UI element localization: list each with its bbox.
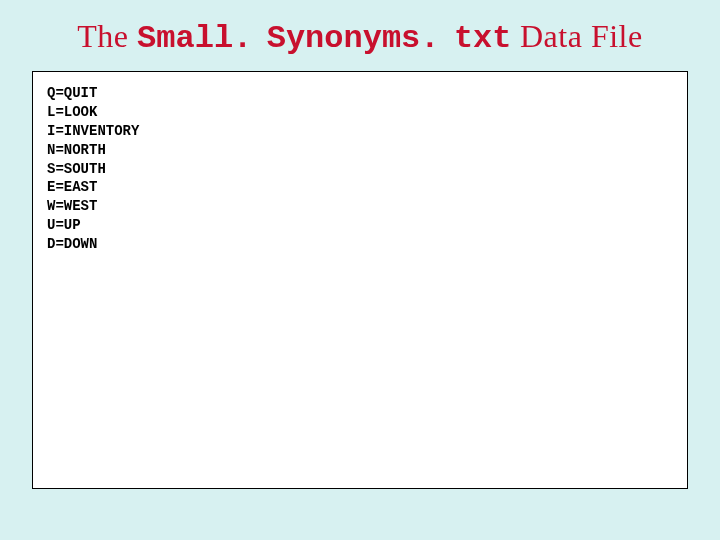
file-content-box: Q=QUIT L=LOOK I=INVENTORY N=NORTH S=SOUT…	[32, 71, 688, 489]
slide: The Small.Synonyms.txt Data File Q=QUIT …	[0, 0, 720, 540]
title-filename: Small.Synonyms.txt	[137, 20, 511, 57]
title-suffix: Data File	[512, 18, 643, 54]
slide-title: The Small.Synonyms.txt Data File	[0, 0, 720, 71]
title-prefix: The	[77, 18, 137, 54]
file-content: Q=QUIT L=LOOK I=INVENTORY N=NORTH S=SOUT…	[47, 84, 673, 254]
